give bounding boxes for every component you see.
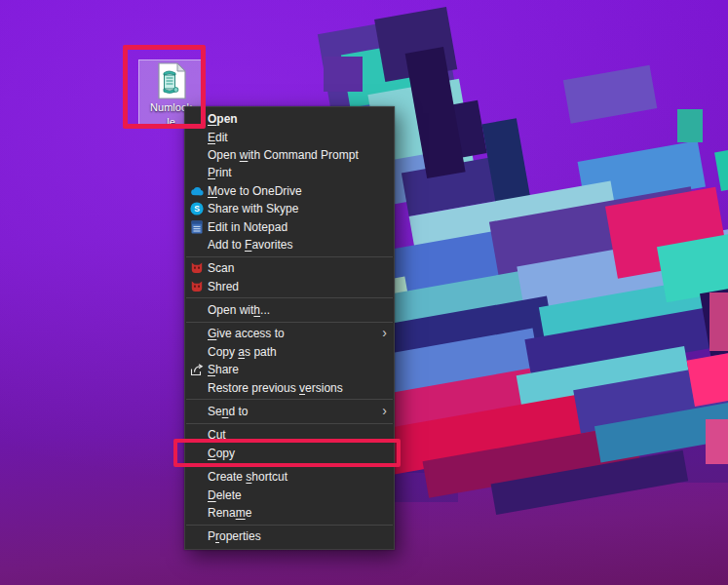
menu-item-label: Copy as path <box>208 345 277 359</box>
icon-spacer <box>190 506 204 520</box>
icon-spacer <box>190 327 204 340</box>
menu-item-label: Give access to <box>208 327 285 340</box>
submenu-arrow-icon: › <box>382 404 387 417</box>
menu-item-scan[interactable]: Scan <box>185 259 394 277</box>
context-menu: OpenEditOpen with Command PromptPrintMov… <box>184 106 395 550</box>
desktop-icon-label-line2: le <box>167 115 175 129</box>
menu-item-label: Properties <box>208 529 261 543</box>
icon-spacer <box>190 166 204 179</box>
menu-item-shred[interactable]: Shred <box>185 278 394 295</box>
menu-item-label: Share <box>208 363 239 376</box>
icon-spacer <box>190 470 204 484</box>
menu-separator <box>186 423 393 424</box>
menu-item-label: Share with Skype <box>208 202 298 215</box>
menu-item-label: Cut <box>208 428 226 442</box>
menu-item-label: Copy <box>208 447 235 460</box>
menu-item-share[interactable]: Share <box>185 361 394 378</box>
menu-item-edit[interactable]: Edit <box>185 128 394 145</box>
menu-item-delete[interactable]: Delete <box>185 486 394 503</box>
menu-item-share-with-skype[interactable]: SShare with Skype <box>185 200 394 217</box>
menu-item-properties[interactable]: Properties <box>185 527 394 545</box>
menu-item-add-to-favorites[interactable]: Add to Favorites <box>185 236 394 254</box>
menu-item-give-access-to[interactable]: Give access to› <box>185 325 394 342</box>
menu-separator <box>186 256 393 257</box>
menu-item-send-to[interactable]: Send to› <box>185 403 394 420</box>
menu-item-label: Move to OneDrive <box>208 184 302 198</box>
submenu-arrow-icon: › <box>382 327 387 340</box>
menu-item-label: Create shortcut <box>208 470 287 484</box>
menu-item-create-shortcut[interactable]: Create shortcut <box>185 468 394 486</box>
menu-item-edit-in-notepad[interactable]: Edit in Notepad <box>185 217 394 235</box>
menu-item-copy-as-path[interactable]: Copy as path <box>185 343 394 361</box>
icon-spacer <box>190 529 204 543</box>
share-icon <box>190 363 204 376</box>
notepad-icon <box>190 220 204 234</box>
icon-spacer <box>190 405 204 418</box>
icon-spacer <box>190 428 204 442</box>
shred-icon <box>190 280 204 293</box>
menu-item-label: Restore previous versions <box>208 381 343 395</box>
menu-item-move-to-onedrive[interactable]: Move to OneDrive <box>185 182 394 200</box>
scan-icon <box>190 261 204 275</box>
menu-item-label: Add to Favorites <box>208 238 292 252</box>
menu-separator <box>186 465 393 466</box>
menu-item-open[interactable]: Open <box>185 110 394 128</box>
menu-item-print[interactable]: Print <box>185 164 394 181</box>
vbs-script-file-icon <box>155 62 188 99</box>
menu-item-label: Shred <box>208 280 239 293</box>
menu-item-label: Open with Command Prompt <box>208 148 359 162</box>
menu-item-label: Edit <box>208 131 228 144</box>
menu-item-label: Rename <box>208 506 251 520</box>
menu-item-label: Send to <box>208 405 248 418</box>
icon-spacer <box>190 345 204 359</box>
onedrive-icon <box>190 184 204 198</box>
menu-item-label: Scan <box>208 261 234 275</box>
menu-item-copy[interactable]: Copy <box>185 445 394 462</box>
icon-spacer <box>190 148 204 162</box>
menu-item-restore-previous-versions[interactable]: Restore previous versions <box>185 378 394 396</box>
skype-icon: S <box>190 202 204 215</box>
menu-item-open-with-command-prompt[interactable]: Open with Command Prompt <box>185 146 394 164</box>
menu-separator <box>186 399 393 400</box>
menu-item-label: Delete <box>208 488 242 502</box>
menu-separator <box>186 297 393 298</box>
icon-spacer <box>190 488 204 502</box>
menu-item-label: Open <box>208 112 238 126</box>
icon-spacer <box>190 238 204 252</box>
icon-spacer <box>190 447 204 460</box>
menu-item-label: Print <box>208 166 232 179</box>
menu-separator <box>186 322 393 323</box>
menu-item-label: Open with... <box>208 303 270 317</box>
menu-item-rename[interactable]: Rename <box>185 504 394 522</box>
menu-item-label: Edit in Notepad <box>208 220 287 234</box>
svg-text:S: S <box>194 204 200 214</box>
menu-separator <box>186 525 393 526</box>
icon-spacer <box>190 112 204 126</box>
icon-spacer <box>190 381 204 395</box>
menu-item-open-with[interactable]: Open with... <box>185 301 394 319</box>
icon-spacer <box>190 131 204 144</box>
icon-spacer <box>190 303 204 317</box>
menu-item-cut[interactable]: Cut <box>185 426 394 444</box>
